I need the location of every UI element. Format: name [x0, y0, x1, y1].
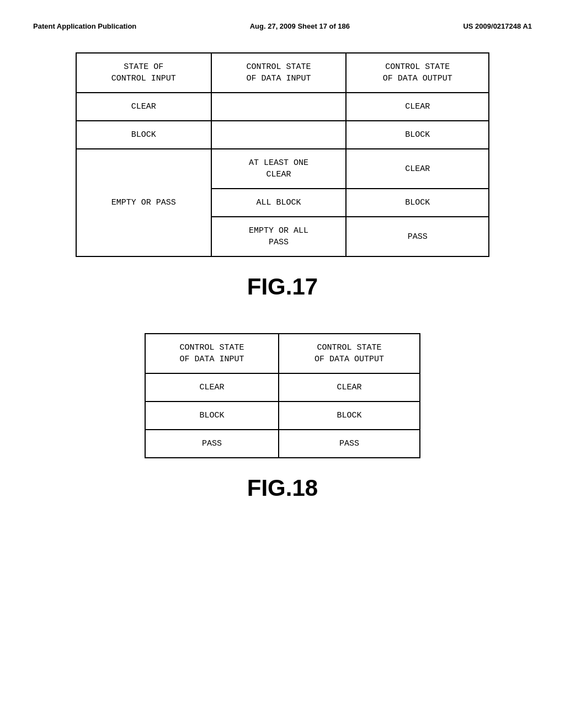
cell-2-2 — [211, 121, 347, 149]
cell2-2-1: BLOCK — [145, 402, 279, 430]
cell2-2-2: BLOCK — [279, 402, 420, 430]
col2-header-2: CONTROL STATEOF DATA OUTPUT — [279, 334, 420, 373]
col-header-2: CONTROL STATEOF DATA INPUT — [211, 53, 347, 93]
table-row: CLEAR CLEAR — [145, 373, 420, 402]
cell-3-3: CLEAR — [346, 149, 489, 189]
cell2-1-2: CLEAR — [279, 373, 420, 402]
table-row: CLEAR CLEAR — [76, 93, 489, 121]
cell-1-3: CLEAR — [346, 93, 489, 121]
fig17-label: FIG.17 — [33, 274, 532, 300]
col2-header-1: CONTROL STATEOF DATA INPUT — [145, 334, 279, 373]
cell-3-1: EMPTY OR PASS — [76, 149, 211, 256]
table-row: BLOCK BLOCK — [76, 121, 489, 149]
fig18-label: FIG.18 — [33, 475, 532, 501]
cell-5-2: EMPTY OR ALLPASS — [211, 217, 347, 256]
table-17: STATE OFCONTROL INPUT CONTROL STATEOF DA… — [76, 52, 489, 257]
table-18: CONTROL STATEOF DATA INPUT CONTROL STATE… — [145, 333, 420, 458]
col-header-3: CONTROL STATEOF DATA OUTPUT — [346, 53, 489, 93]
cell-5-3: PASS — [346, 217, 489, 256]
cell-2-1: BLOCK — [76, 121, 211, 149]
cell2-3-2: PASS — [279, 430, 420, 458]
figure-18-section: CONTROL STATEOF DATA INPUT CONTROL STATE… — [33, 333, 532, 501]
cell-4-3: BLOCK — [346, 189, 489, 217]
figure-17-section: STATE OFCONTROL INPUT CONTROL STATEOF DA… — [33, 52, 532, 300]
col-header-1: STATE OFCONTROL INPUT — [76, 53, 211, 93]
table-row: BLOCK BLOCK — [145, 402, 420, 430]
cell-1-1: CLEAR — [76, 93, 211, 121]
table-header-row: STATE OFCONTROL INPUT CONTROL STATEOF DA… — [76, 53, 489, 93]
cell2-3-1: PASS — [145, 430, 279, 458]
cell-2-3: BLOCK — [346, 121, 489, 149]
table-row: PASS PASS — [145, 430, 420, 458]
header-middle: Aug. 27, 2009 Sheet 17 of 186 — [250, 22, 350, 30]
table-header-row: CONTROL STATEOF DATA INPUT CONTROL STATE… — [145, 334, 420, 373]
cell-4-2: ALL BLOCK — [211, 189, 347, 217]
page-header: Patent Application Publication Aug. 27, … — [33, 22, 532, 30]
table-row: EMPTY OR PASS AT LEAST ONECLEAR CLEAR — [76, 149, 489, 189]
header-left: Patent Application Publication — [33, 22, 136, 30]
cell2-1-1: CLEAR — [145, 373, 279, 402]
header-right: US 2009/0217248 A1 — [463, 22, 532, 30]
cell-3-2: AT LEAST ONECLEAR — [211, 149, 347, 189]
cell-1-2 — [211, 93, 347, 121]
